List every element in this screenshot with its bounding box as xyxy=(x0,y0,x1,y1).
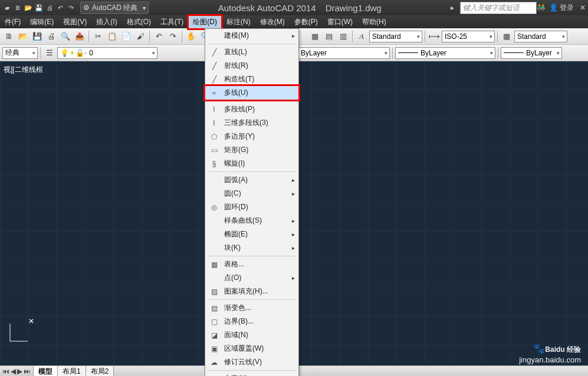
undo-icon[interactable]: ↶ xyxy=(152,30,165,43)
app-title: Autodesk AutoCAD 2014 xyxy=(218,3,316,13)
tab-layout1[interactable]: 布局1 xyxy=(57,365,86,377)
layer-props-icon[interactable]: ☰ xyxy=(43,47,56,60)
menu-item[interactable]: ▢边界(B)... xyxy=(205,315,298,328)
document-title: Drawing1.dwg xyxy=(326,3,382,13)
menu-item[interactable]: 帮助(H) xyxy=(357,15,391,29)
pan-icon[interactable]: ✋ xyxy=(185,30,198,43)
menu-item[interactable]: ▣区域覆盖(W) xyxy=(205,342,298,355)
open-icon[interactable]: 📂 xyxy=(24,3,33,12)
tool-icon[interactable]: ▤ xyxy=(323,30,336,43)
table-style-selector[interactable]: Standard xyxy=(514,31,567,42)
new-icon[interactable]: 🗎 xyxy=(13,3,22,12)
lineweight-selector[interactable]: ByLayer xyxy=(501,47,562,59)
visual-style-selector[interactable]: 经典 xyxy=(2,47,38,59)
tab-next-icon[interactable]: ▶ xyxy=(17,367,22,375)
layer-selector[interactable]: 💡 ☀ 🔓 ▫ 0 xyxy=(57,47,157,59)
menu-item-label: 螺旋(I) xyxy=(224,159,295,169)
exchange-icon[interactable]: ✕ xyxy=(580,4,586,12)
menu-item[interactable]: §螺旋(I) xyxy=(205,157,298,170)
dim-icon[interactable]: ⟼ xyxy=(428,30,441,43)
linetype-selector[interactable]: ByLayer xyxy=(395,47,495,59)
save-doc-icon[interactable]: 💾 xyxy=(31,30,44,43)
menu-item[interactable]: ◪面域(N) xyxy=(205,328,298,342)
print-icon[interactable]: 🖨 xyxy=(45,3,54,12)
menu-separator xyxy=(208,101,296,101)
menu-item[interactable]: ⌇多段线(P) xyxy=(205,103,298,116)
color-selector[interactable]: ByLayer xyxy=(290,47,390,59)
print-icon[interactable]: 🖨 xyxy=(45,30,58,43)
menu-item[interactable]: 块(K) xyxy=(205,241,298,255)
new-doc-icon[interactable]: 🗎 xyxy=(2,30,15,43)
menu-item[interactable]: ╱直线(L) xyxy=(205,45,298,59)
tool-icon[interactable]: ▦ xyxy=(308,30,321,43)
menu-item[interactable]: ▨图案填充(H)... xyxy=(205,285,298,298)
menu-item-label: 图案填充(H)... xyxy=(224,286,295,296)
login-button[interactable]: 👤 登录 xyxy=(549,3,574,13)
preview-icon[interactable]: 🔍 xyxy=(59,30,72,43)
tool-icon[interactable]: ▥ xyxy=(337,30,350,43)
menu-item[interactable]: 样条曲线(S) xyxy=(205,214,298,227)
menu-item[interactable]: 建模(M) xyxy=(205,29,298,42)
menu-item[interactable]: ⬠多边形(Y) xyxy=(205,130,298,143)
menu-item[interactable]: 点(O) xyxy=(205,271,298,285)
menu-item-icon: ◪ xyxy=(209,331,219,340)
menu-item[interactable]: ▤渐变色... xyxy=(205,301,298,315)
dim-style-value: ISO-25 xyxy=(445,32,467,41)
menu-item[interactable]: 编辑(E) xyxy=(25,15,58,29)
tab-first-icon[interactable]: ⏮ xyxy=(2,367,9,375)
menu-item[interactable]: ╱射线(R) xyxy=(205,59,298,72)
menu-item[interactable]: ╱构造线(T) xyxy=(205,72,298,86)
text-icon[interactable]: A xyxy=(355,30,368,43)
menu-separator xyxy=(208,171,296,172)
redo-icon[interactable]: ↷ xyxy=(166,30,179,43)
app-icon[interactable]: ▰ xyxy=(2,3,12,12)
menu-item[interactable]: 视图(V) xyxy=(58,15,91,29)
menu-item[interactable]: 格式(O) xyxy=(122,15,156,29)
menu-item[interactable]: ≈多线(U) xyxy=(205,86,298,100)
workspace-selector[interactable]: ⚙ AutoCAD 经典 xyxy=(80,2,149,14)
copy-icon[interactable]: 📋 xyxy=(106,30,119,43)
menu-item[interactable]: ⌇三维多段线(3) xyxy=(205,116,298,130)
text-style-value: Standard xyxy=(372,32,401,41)
menu-item[interactable]: 绘图(D) xyxy=(188,15,222,29)
tab-prev-icon[interactable]: ◀ xyxy=(11,367,16,375)
menu-item[interactable]: 标注(N) xyxy=(222,15,255,29)
menu-item[interactable]: 文字(X) xyxy=(205,372,298,376)
menu-item[interactable]: ▭矩形(G) xyxy=(205,143,298,157)
open-doc-icon[interactable]: 📂 xyxy=(17,30,29,43)
menu-item[interactable]: 插入(I) xyxy=(91,15,121,29)
dim-style-selector[interactable]: ISO-25 xyxy=(442,31,495,42)
tab-layout2[interactable]: 布局2 xyxy=(86,365,114,377)
save-icon[interactable]: 💾 xyxy=(34,3,44,12)
menu-item[interactable]: ▦表格... xyxy=(205,258,298,271)
paste-icon[interactable]: 📄 xyxy=(120,30,133,43)
infocenter-icon[interactable]: 👬 xyxy=(537,4,546,12)
gear-icon: ⚙ xyxy=(83,4,90,12)
menu-item[interactable]: 椭圆(E) xyxy=(205,227,298,241)
cut-icon[interactable]: ✂ xyxy=(91,30,104,43)
menu-item[interactable]: 工具(T) xyxy=(156,15,188,29)
tab-last-icon[interactable]: ⏭ xyxy=(24,367,31,375)
menu-item[interactable]: 件(F) xyxy=(0,15,25,29)
menu-item-icon xyxy=(209,189,219,199)
separator xyxy=(392,47,393,59)
tab-model[interactable]: 模型 xyxy=(33,365,58,377)
menu-item[interactable]: 修改(M) xyxy=(255,15,290,29)
menu-item-label: 面域(N) xyxy=(224,330,295,340)
menu-item[interactable]: ◎圆环(D) xyxy=(205,200,298,214)
undo-icon[interactable]: ↶ xyxy=(55,3,65,12)
publish-icon[interactable]: 📤 xyxy=(73,30,86,43)
search-play-icon[interactable]: ▸ xyxy=(451,4,454,12)
menu-item[interactable]: 窗口(W) xyxy=(323,15,357,29)
menu-item[interactable]: 圆(C) xyxy=(205,187,298,200)
text-style-selector[interactable]: Standard xyxy=(369,31,422,42)
table-style-value: Standard xyxy=(517,32,546,41)
menu-item[interactable]: ☁修订云线(V) xyxy=(205,355,298,369)
viewport-label[interactable]: 视][二维线框 xyxy=(4,65,43,75)
redo-icon[interactable]: ↷ xyxy=(66,3,75,12)
menu-item[interactable]: 圆弧(A) xyxy=(205,173,298,187)
table-icon[interactable]: ▦ xyxy=(500,30,513,43)
search-input[interactable]: 键入关键字或短语 xyxy=(460,2,537,14)
match-icon[interactable]: 🖌 xyxy=(134,30,147,43)
menu-item[interactable]: 参数(P) xyxy=(290,15,323,29)
